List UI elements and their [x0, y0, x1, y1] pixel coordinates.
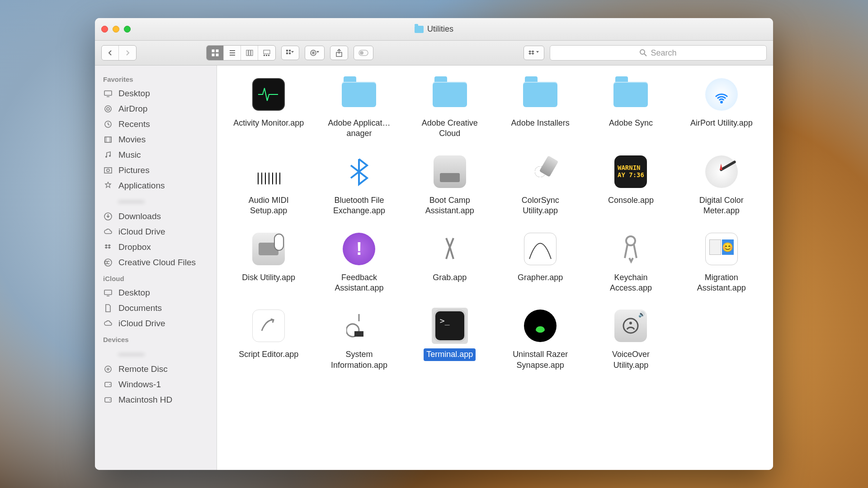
file-item-console-app[interactable]: WARNINAY 7:36Console.app	[592, 154, 670, 217]
sidebar-item-movies[interactable]: Movies	[95, 132, 217, 147]
file-item-keychain-access-app[interactable]: Keychain Access.app	[592, 231, 670, 295]
file-item-activity-monitor-app[interactable]: Activity Monitor.app	[230, 76, 307, 140]
titlebar[interactable]: Utilities	[95, 18, 773, 41]
svg-rect-2	[212, 54, 214, 56]
file-item-uninstall-razer-synapse-app[interactable]: Uninstall Razer Synapse.app	[501, 308, 579, 371]
file-item-adobe-sync[interactable]: Adobe Sync	[592, 76, 670, 140]
sidebar-item-applications[interactable]: Applications	[95, 178, 217, 193]
bluetooth-icon	[341, 154, 377, 190]
toolbar: Search	[95, 41, 773, 66]
sidebar-item-label: Applications	[118, 181, 165, 191]
svg-rect-24	[105, 137, 111, 142]
folder-icon	[415, 26, 424, 33]
gallery-view-button[interactable]	[258, 46, 275, 60]
file-item-audio-midi-setup-app[interactable]: Audio MIDI Setup.app	[230, 154, 307, 217]
svg-point-37	[109, 399, 110, 400]
file-item-digital-color-meter-app[interactable]: Digital Color Meter.app	[683, 154, 760, 217]
file-item-grab-app[interactable]: Grab.app	[411, 231, 489, 295]
terminal-icon: >_	[432, 308, 468, 344]
sidebar-item-music[interactable]: Music	[95, 147, 217, 163]
action-menu[interactable]	[305, 46, 325, 60]
forward-button[interactable]	[119, 46, 136, 60]
file-item-adobe-installers[interactable]: Adobe Installers	[501, 76, 579, 140]
sidebar-item-icloud-drive[interactable]: iCloud Drive	[95, 316, 217, 331]
sidebar-item-label: AirDrop	[118, 104, 147, 114]
blur-icon	[103, 196, 113, 206]
sidebar-item-desktop[interactable]: Desktop	[95, 86, 217, 101]
sidebar-item-pictures[interactable]: Pictures	[95, 163, 217, 178]
downloads-icon	[103, 211, 113, 221]
sidebar-item-label: Windows-1	[118, 380, 161, 389]
minimize-button[interactable]	[113, 26, 119, 33]
share-button[interactable]	[330, 46, 348, 60]
dropbox-toolbar-button[interactable]	[524, 46, 544, 60]
svg-rect-3	[216, 54, 218, 56]
svg-rect-0	[212, 50, 214, 52]
feedback-icon: !	[341, 231, 377, 267]
sidebar-item-creative-cloud-files[interactable]: Creative Cloud Files	[95, 255, 217, 270]
close-button[interactable]	[101, 26, 108, 33]
documents-icon	[103, 303, 113, 313]
file-item-disk-utility-app[interactable]: Disk Utility.app	[230, 231, 307, 295]
svg-rect-4	[246, 50, 248, 56]
file-item-adobe-creative-cloud[interactable]: Adobe Creative Cloud	[411, 76, 489, 140]
file-item-colorsync-utility-app[interactable]: ColorSync Utility.app	[501, 154, 579, 217]
file-item-terminal-app[interactable]: >_Terminal.app	[411, 308, 489, 371]
sidebar-item-downloads[interactable]: Downloads	[95, 209, 217, 224]
grab-icon	[432, 231, 468, 267]
folder-icon	[613, 76, 649, 113]
file-item-boot-camp-assistant-app[interactable]: Boot Camp Assistant.app	[411, 154, 489, 217]
sidebar-item-icloud-drive[interactable]: iCloud Drive	[95, 224, 217, 239]
list-view-button[interactable]	[224, 46, 241, 60]
back-button[interactable]	[102, 46, 119, 60]
file-item-bluetooth-file-exchange-app[interactable]: Bluetooth File Exchange.app	[320, 154, 398, 217]
file-item-airport-utility-app[interactable]: AirPort Utility.app	[683, 76, 760, 140]
file-item-adobe-applicat-anager[interactable]: Adobe Applicat…anager	[320, 76, 398, 140]
file-item-script-editor-app[interactable]: Script Editor.app	[230, 308, 307, 371]
sidebar-item-label: Pictures	[118, 165, 150, 175]
search-field[interactable]: Search	[550, 45, 767, 61]
colorsync-icon	[522, 154, 558, 190]
file-item-feedback-assistant-app[interactable]: !Feedback Assistant.app	[320, 231, 398, 295]
script-icon	[250, 308, 287, 344]
content-area[interactable]: Activity Monitor.appAdobe Applicat…anage…	[217, 66, 773, 470]
file-item-migration-assistant-app[interactable]: 😊Migration Assistant.app	[683, 231, 760, 295]
midi-icon	[250, 154, 287, 190]
recents-icon	[103, 119, 113, 129]
sidebar-item-hidden[interactable]: ———	[95, 346, 217, 361]
file-item-system-information-app[interactable]: System Information.app	[320, 308, 398, 371]
sidebar-item-documents[interactable]: Documents	[95, 300, 217, 316]
sidebar-item-macintosh-hd[interactable]: Macintosh HD	[95, 392, 217, 408]
sidebar-item-desktop[interactable]: Desktop	[95, 285, 217, 300]
voiceover-icon: 🔊	[613, 308, 649, 344]
sidebar-item-label: Macintosh HD	[118, 395, 172, 405]
sidebar-item-dropbox[interactable]: Dropbox	[95, 239, 217, 255]
sidebar-item-remote-disc[interactable]: Remote Disc	[95, 361, 217, 377]
sidebar-item-label: Desktop	[118, 288, 150, 298]
file-item-label: Boot Camp Assistant.app	[411, 194, 488, 217]
sidebar-item-windows-1[interactable]: Windows-1	[95, 377, 217, 392]
tags-button[interactable]	[354, 46, 373, 60]
folder-icon	[341, 76, 377, 113]
activity-icon	[250, 76, 287, 113]
desktop-icon	[103, 89, 113, 99]
sidebar-item-recents[interactable]: Recents	[95, 117, 217, 132]
file-item-grapher-app[interactable]: Grapher.app	[501, 231, 579, 295]
blur-icon	[103, 349, 113, 359]
file-item-label: System Information.app	[321, 348, 397, 371]
column-view-button[interactable]	[241, 46, 258, 60]
icloud-icon	[103, 319, 113, 328]
maximize-button[interactable]	[124, 26, 131, 33]
svg-point-28	[107, 169, 109, 172]
svg-point-30	[104, 259, 112, 266]
icon-view-button[interactable]	[207, 46, 224, 60]
sidebar-item-label: Downloads	[118, 211, 161, 221]
file-item-label: Adobe Installers	[509, 117, 572, 129]
arrange-menu[interactable]	[281, 46, 299, 60]
airdrop-icon	[103, 104, 113, 114]
icloud-icon	[103, 227, 113, 237]
sidebar-item-airdrop[interactable]: AirDrop	[95, 101, 217, 117]
file-item-voiceover-utility-app[interactable]: 🔊VoiceOver Utility.app	[592, 308, 670, 371]
sidebar-item-hidden[interactable]: ———	[95, 193, 217, 209]
window-title-text: Utilities	[427, 24, 453, 34]
